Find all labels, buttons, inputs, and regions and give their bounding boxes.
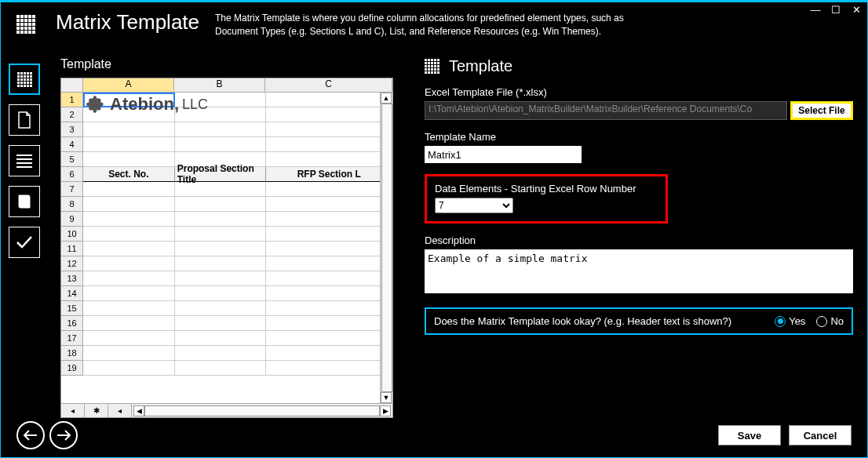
- spreadsheet-cell[interactable]: [83, 271, 175, 286]
- row-header[interactable]: 19: [61, 361, 83, 376]
- row-header[interactable]: 13: [61, 271, 83, 286]
- column-header-B[interactable]: B: [174, 78, 265, 92]
- sidebar-item-list[interactable]: [9, 145, 40, 176]
- close-icon[interactable]: ✕: [850, 4, 863, 16]
- spreadsheet-cell[interactable]: [266, 122, 392, 137]
- spreadsheet-cell[interactable]: [266, 286, 392, 301]
- radio-yes[interactable]: Yes: [775, 315, 805, 327]
- spreadsheet-cell[interactable]: [83, 286, 175, 301]
- spreadsheet-cell[interactable]: [175, 242, 267, 256]
- spreadsheet-cell[interactable]: [83, 361, 175, 376]
- spreadsheet-cell[interactable]: [83, 122, 175, 137]
- nav-back-button[interactable]: [16, 421, 45, 449]
- spreadsheet-cell[interactable]: [175, 271, 267, 286]
- nav-forward-button[interactable]: [49, 421, 78, 449]
- spreadsheet-cell[interactable]: [266, 197, 392, 212]
- spreadsheet-cell[interactable]: [175, 182, 267, 197]
- scroll-down-arrow[interactable]: ▼: [381, 392, 392, 403]
- spreadsheet-cell[interactable]: [175, 227, 267, 242]
- row-header[interactable]: 1: [61, 93, 83, 107]
- spreadsheet-cell[interactable]: [266, 93, 392, 107]
- spreadsheet-cell[interactable]: [266, 346, 392, 361]
- row-header[interactable]: 16: [61, 316, 83, 331]
- minimize-icon[interactable]: —: [809, 4, 822, 16]
- select-file-button[interactable]: Select File: [790, 101, 853, 120]
- spreadsheet-cell[interactable]: [175, 361, 267, 376]
- template-name-field[interactable]: [425, 146, 582, 163]
- spreadsheet-cell[interactable]: [83, 346, 175, 361]
- spreadsheet-cell[interactable]: [175, 331, 267, 346]
- sidebar-item-check[interactable]: [9, 227, 40, 258]
- spreadsheet-cell[interactable]: [83, 256, 175, 271]
- column-header-C[interactable]: C: [265, 78, 392, 92]
- spreadsheet-cell[interactable]: [175, 301, 267, 316]
- row-header[interactable]: 10: [61, 227, 83, 242]
- spreadsheet-cell[interactable]: [175, 122, 267, 137]
- spreadsheet-cell[interactable]: [83, 197, 175, 212]
- spreadsheet-cell[interactable]: [175, 107, 267, 122]
- radio-no[interactable]: No: [816, 315, 844, 327]
- spreadsheet-cell[interactable]: [175, 316, 267, 331]
- file-path-field[interactable]: I:\Tom\Atebion\Atebion_MatrixBuilder\Mat…: [425, 101, 787, 120]
- spreadsheet-cell[interactable]: [83, 107, 175, 122]
- spreadsheet-cell[interactable]: Proposal Section Title: [175, 167, 267, 182]
- row-header[interactable]: 5: [61, 152, 83, 167]
- row-header[interactable]: 2: [61, 107, 83, 122]
- spreadsheet-cell[interactable]: [175, 346, 267, 361]
- cancel-button[interactable]: Cancel: [789, 425, 852, 445]
- spreadsheet-cell[interactable]: [83, 137, 175, 152]
- sidebar-item-document[interactable]: [9, 104, 40, 136]
- row-header[interactable]: 9: [61, 212, 83, 227]
- sidebar-item-book[interactable]: [9, 186, 40, 217]
- spreadsheet-cell[interactable]: [83, 316, 175, 331]
- spreadsheet-cell[interactable]: [83, 212, 175, 227]
- spreadsheet-cell[interactable]: [266, 242, 392, 256]
- start-row-select[interactable]: 7: [435, 198, 513, 213]
- spreadsheet-cell[interactable]: Sect. No.: [83, 167, 175, 182]
- row-header[interactable]: 17: [61, 331, 83, 346]
- spreadsheet-cell[interactable]: [83, 182, 175, 197]
- sheet-nav-first[interactable]: ◂: [61, 404, 85, 417]
- spreadsheet-cell[interactable]: [266, 182, 392, 197]
- spreadsheet-horizontal-scrollbar[interactable]: ◀ ▶: [132, 405, 392, 416]
- description-field[interactable]: [425, 249, 853, 293]
- row-header[interactable]: 15: [61, 301, 83, 316]
- spreadsheet-cell[interactable]: [83, 93, 175, 107]
- spreadsheet-cell[interactable]: [175, 197, 267, 212]
- spreadsheet-cell[interactable]: [266, 212, 392, 227]
- spreadsheet-cell[interactable]: [266, 227, 392, 242]
- spreadsheet-cell[interactable]: [83, 227, 175, 242]
- save-button[interactable]: Save: [718, 425, 781, 445]
- spreadsheet-cell[interactable]: [266, 107, 392, 122]
- spreadsheet-cell[interactable]: [266, 271, 392, 286]
- spreadsheet-cell[interactable]: [266, 301, 392, 316]
- spreadsheet-cell[interactable]: [266, 316, 392, 331]
- sidebar-item-template[interactable]: [9, 64, 40, 95]
- spreadsheet-cell[interactable]: [83, 152, 175, 167]
- scroll-right-arrow[interactable]: ▶: [380, 405, 391, 416]
- maximize-icon[interactable]: ☐: [830, 4, 842, 16]
- row-header[interactable]: 7: [61, 182, 83, 197]
- row-header[interactable]: 6: [61, 167, 83, 182]
- spreadsheet-cell[interactable]: [266, 331, 392, 346]
- scroll-up-arrow[interactable]: ▲: [381, 93, 392, 104]
- spreadsheet-vertical-scrollbar[interactable]: ▲ ▼: [380, 93, 392, 403]
- row-header[interactable]: 4: [61, 137, 83, 152]
- row-header[interactable]: 14: [61, 286, 83, 301]
- spreadsheet-cell[interactable]: [266, 152, 392, 167]
- row-header[interactable]: 3: [61, 122, 83, 137]
- spreadsheet-cell[interactable]: [175, 212, 267, 227]
- spreadsheet-cell[interactable]: [266, 361, 392, 376]
- select-all-corner[interactable]: [61, 78, 83, 92]
- spreadsheet-cell[interactable]: [175, 256, 267, 271]
- scroll-left-arrow[interactable]: ◀: [133, 405, 144, 416]
- sheet-nav-prev[interactable]: ◂: [108, 404, 132, 417]
- column-header-A[interactable]: A: [83, 78, 174, 92]
- spreadsheet-cell[interactable]: [175, 286, 267, 301]
- spreadsheet-cell[interactable]: RFP Section L: [266, 167, 392, 182]
- row-header[interactable]: 12: [61, 256, 83, 271]
- sheet-tab[interactable]: ✱: [85, 404, 108, 417]
- row-header[interactable]: 11: [61, 242, 83, 256]
- spreadsheet-cell[interactable]: [175, 93, 267, 107]
- spreadsheet-cell[interactable]: [83, 242, 175, 256]
